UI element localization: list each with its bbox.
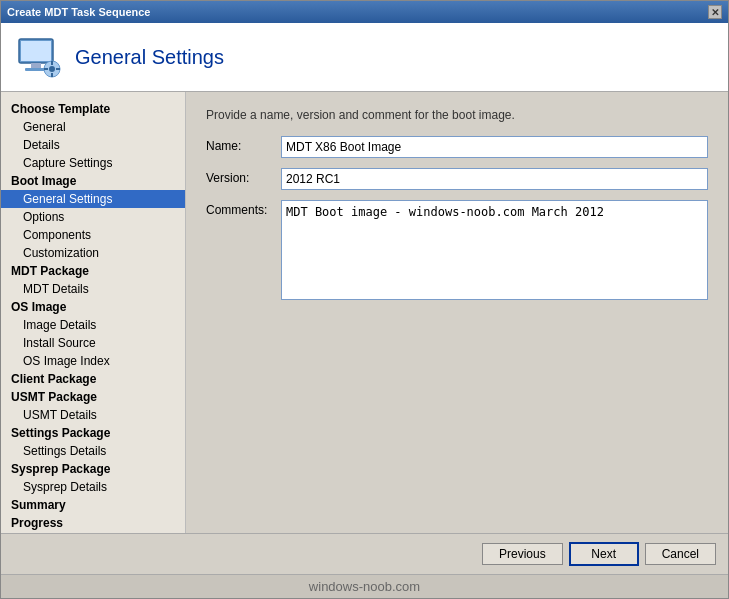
sidebar-item-progress[interactable]: Progress	[1, 514, 185, 532]
name-row: Name:	[206, 136, 708, 158]
svg-rect-9	[56, 68, 60, 70]
sidebar-item-os-image-index[interactable]: OS Image Index	[1, 352, 185, 370]
sidebar-item-summary[interactable]: Summary	[1, 496, 185, 514]
comments-label: Comments:	[206, 200, 281, 217]
sidebar-item-usmt-details[interactable]: USMT Details	[1, 406, 185, 424]
content-area: Choose TemplateGeneralDetailsCapture Set…	[1, 92, 728, 533]
sidebar-item-details[interactable]: Details	[1, 136, 185, 154]
sidebar-item-general[interactable]: General	[1, 118, 185, 136]
sidebar-item-components[interactable]: Components	[1, 226, 185, 244]
sidebar-item-choose-template[interactable]: Choose Template	[1, 100, 185, 118]
sidebar-item-customization[interactable]: Customization	[1, 244, 185, 262]
name-label: Name:	[206, 136, 281, 153]
sidebar-item-capture-settings[interactable]: Capture Settings	[1, 154, 185, 172]
wizard-icon	[15, 33, 63, 81]
comments-row: Comments:	[206, 200, 708, 300]
sidebar-item-options[interactable]: Options	[1, 208, 185, 226]
sidebar-item-settings-package[interactable]: Settings Package	[1, 424, 185, 442]
main-panel: Provide a name, version and comment for …	[186, 92, 728, 533]
comments-textarea[interactable]	[281, 200, 708, 300]
main-window: Create MDT Task Sequence ✕ General Setti…	[0, 0, 729, 599]
version-label: Version:	[206, 168, 281, 185]
cancel-button[interactable]: Cancel	[645, 543, 716, 565]
sidebar-item-general-settings[interactable]: General Settings	[1, 190, 185, 208]
sidebar-item-client-package[interactable]: Client Package	[1, 370, 185, 388]
previous-button[interactable]: Previous	[482, 543, 563, 565]
watermark: windows-noob.com	[1, 574, 728, 598]
svg-rect-8	[44, 68, 48, 70]
sidebar-item-install-source[interactable]: Install Source	[1, 334, 185, 352]
window-title: Create MDT Task Sequence	[7, 6, 150, 18]
sidebar-item-os-image[interactable]: OS Image	[1, 298, 185, 316]
close-button[interactable]: ✕	[708, 5, 722, 19]
version-input[interactable]	[281, 168, 708, 190]
version-row: Version:	[206, 168, 708, 190]
sidebar-item-sysprep-package[interactable]: Sysprep Package	[1, 460, 185, 478]
sidebar-item-usmt-package[interactable]: USMT Package	[1, 388, 185, 406]
title-bar: Create MDT Task Sequence ✕	[1, 1, 728, 23]
page-title: General Settings	[75, 46, 224, 69]
bottom-bar: Previous Next Cancel	[1, 533, 728, 574]
description-text: Provide a name, version and comment for …	[206, 108, 708, 122]
svg-rect-1	[21, 41, 51, 61]
sidebar-item-mdt-details[interactable]: MDT Details	[1, 280, 185, 298]
sidebar-item-image-details[interactable]: Image Details	[1, 316, 185, 334]
svg-rect-2	[31, 63, 41, 68]
sidebar: Choose TemplateGeneralDetailsCapture Set…	[1, 92, 186, 533]
header-area: General Settings	[1, 23, 728, 92]
sidebar-item-sysprep-details[interactable]: Sysprep Details	[1, 478, 185, 496]
name-input[interactable]	[281, 136, 708, 158]
svg-rect-7	[51, 73, 53, 77]
sidebar-item-boot-image[interactable]: Boot Image	[1, 172, 185, 190]
form-area: Name: Version: Comments:	[206, 136, 708, 310]
next-button[interactable]: Next	[569, 542, 639, 566]
svg-rect-6	[51, 61, 53, 65]
sidebar-item-settings-details[interactable]: Settings Details	[1, 442, 185, 460]
svg-point-5	[49, 66, 55, 72]
sidebar-item-mdt-package[interactable]: MDT Package	[1, 262, 185, 280]
